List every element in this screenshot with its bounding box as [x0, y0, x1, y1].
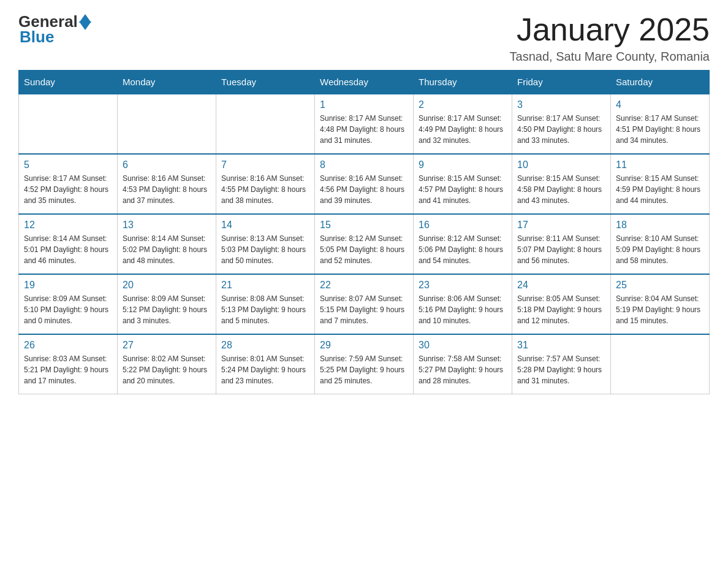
day-info: Sunrise: 8:12 AM Sunset: 5:06 PM Dayligh…	[419, 233, 507, 266]
day-number: 26	[24, 340, 112, 351]
calendar-cell: 24Sunrise: 8:05 AM Sunset: 5:18 PM Dayli…	[512, 274, 611, 334]
day-info: Sunrise: 7:59 AM Sunset: 5:25 PM Dayligh…	[320, 353, 408, 386]
calendar-cell: 8Sunrise: 8:16 AM Sunset: 4:56 PM Daylig…	[315, 154, 414, 214]
day-number: 2	[419, 99, 507, 110]
day-info: Sunrise: 8:01 AM Sunset: 5:24 PM Dayligh…	[221, 353, 309, 386]
day-number: 3	[517, 99, 605, 110]
day-number: 7	[221, 159, 309, 170]
day-info: Sunrise: 8:09 AM Sunset: 5:12 PM Dayligh…	[123, 293, 211, 326]
calendar-cell: 7Sunrise: 8:16 AM Sunset: 4:55 PM Daylig…	[216, 154, 315, 214]
day-info: Sunrise: 8:17 AM Sunset: 4:49 PM Dayligh…	[419, 113, 507, 146]
day-info: Sunrise: 8:15 AM Sunset: 4:57 PM Dayligh…	[419, 173, 507, 206]
calendar-header-monday: Monday	[118, 71, 216, 94]
calendar-cell: 26Sunrise: 8:03 AM Sunset: 5:21 PM Dayli…	[19, 334, 118, 394]
calendar-header-thursday: Thursday	[414, 71, 512, 94]
day-number: 19	[24, 280, 112, 291]
day-info: Sunrise: 8:03 AM Sunset: 5:21 PM Dayligh…	[24, 353, 112, 386]
calendar-cell: 19Sunrise: 8:09 AM Sunset: 5:10 PM Dayli…	[19, 274, 118, 334]
day-number: 4	[616, 99, 704, 110]
day-info: Sunrise: 8:13 AM Sunset: 5:03 PM Dayligh…	[221, 233, 309, 266]
calendar-cell: 17Sunrise: 8:11 AM Sunset: 5:07 PM Dayli…	[512, 214, 611, 274]
logo-blue: Blue	[20, 28, 54, 47]
day-number: 31	[517, 340, 605, 351]
day-number: 9	[419, 159, 507, 170]
calendar-cell: 9Sunrise: 8:15 AM Sunset: 4:57 PM Daylig…	[414, 154, 512, 214]
day-number: 25	[616, 280, 704, 291]
day-number: 23	[419, 280, 507, 291]
day-info: Sunrise: 8:07 AM Sunset: 5:15 PM Dayligh…	[320, 293, 408, 326]
calendar-cell	[118, 94, 216, 154]
day-info: Sunrise: 7:58 AM Sunset: 5:27 PM Dayligh…	[419, 353, 507, 386]
month-title: January 2025	[510, 12, 710, 47]
day-number: 8	[320, 159, 408, 170]
day-info: Sunrise: 8:14 AM Sunset: 5:01 PM Dayligh…	[24, 233, 112, 266]
calendar-cell: 20Sunrise: 8:09 AM Sunset: 5:12 PM Dayli…	[118, 274, 216, 334]
day-number: 6	[123, 159, 211, 170]
calendar-cell: 1Sunrise: 8:17 AM Sunset: 4:48 PM Daylig…	[315, 94, 414, 154]
day-number: 16	[419, 220, 507, 231]
calendar-week-1: 1Sunrise: 8:17 AM Sunset: 4:48 PM Daylig…	[19, 94, 710, 154]
day-info: Sunrise: 8:11 AM Sunset: 5:07 PM Dayligh…	[517, 233, 605, 266]
day-info: Sunrise: 8:04 AM Sunset: 5:19 PM Dayligh…	[616, 293, 704, 326]
day-number: 27	[123, 340, 211, 351]
day-number: 29	[320, 340, 408, 351]
calendar-cell: 3Sunrise: 8:17 AM Sunset: 4:50 PM Daylig…	[512, 94, 611, 154]
day-info: Sunrise: 8:09 AM Sunset: 5:10 PM Dayligh…	[24, 293, 112, 326]
day-number: 5	[24, 159, 112, 170]
day-info: Sunrise: 8:06 AM Sunset: 5:16 PM Dayligh…	[419, 293, 507, 326]
day-number: 14	[221, 220, 309, 231]
day-info: Sunrise: 8:16 AM Sunset: 4:53 PM Dayligh…	[123, 173, 211, 206]
calendar-body: 1Sunrise: 8:17 AM Sunset: 4:48 PM Daylig…	[19, 94, 710, 394]
calendar-cell: 11Sunrise: 8:15 AM Sunset: 4:59 PM Dayli…	[611, 154, 710, 214]
calendar-week-4: 19Sunrise: 8:09 AM Sunset: 5:10 PM Dayli…	[19, 274, 710, 334]
calendar-cell: 18Sunrise: 8:10 AM Sunset: 5:09 PM Dayli…	[611, 214, 710, 274]
calendar-header-row: SundayMondayTuesdayWednesdayThursdayFrid…	[19, 71, 710, 94]
day-info: Sunrise: 8:02 AM Sunset: 5:22 PM Dayligh…	[123, 353, 211, 386]
calendar-cell: 13Sunrise: 8:14 AM Sunset: 5:02 PM Dayli…	[118, 214, 216, 274]
calendar-cell	[19, 94, 118, 154]
calendar-cell: 15Sunrise: 8:12 AM Sunset: 5:05 PM Dayli…	[315, 214, 414, 274]
title-section: January 2025 Tasnad, Satu Mare County, R…	[510, 12, 710, 64]
calendar-cell: 16Sunrise: 8:12 AM Sunset: 5:06 PM Dayli…	[414, 214, 512, 274]
calendar-cell: 21Sunrise: 8:08 AM Sunset: 5:13 PM Dayli…	[216, 274, 315, 334]
day-number: 10	[517, 159, 605, 170]
page-header: General Blue January 2025 Tasnad, Satu M…	[18, 12, 710, 64]
calendar-week-5: 26Sunrise: 8:03 AM Sunset: 5:21 PM Dayli…	[19, 334, 710, 394]
calendar-cell: 29Sunrise: 7:59 AM Sunset: 5:25 PM Dayli…	[315, 334, 414, 394]
calendar-cell: 6Sunrise: 8:16 AM Sunset: 4:53 PM Daylig…	[118, 154, 216, 214]
logo: General Blue	[18, 12, 91, 47]
calendar-cell: 23Sunrise: 8:06 AM Sunset: 5:16 PM Dayli…	[414, 274, 512, 334]
day-number: 17	[517, 220, 605, 231]
day-number: 13	[123, 220, 211, 231]
calendar-cell: 30Sunrise: 7:58 AM Sunset: 5:27 PM Dayli…	[414, 334, 512, 394]
calendar-cell: 28Sunrise: 8:01 AM Sunset: 5:24 PM Dayli…	[216, 334, 315, 394]
day-number: 20	[123, 280, 211, 291]
day-info: Sunrise: 8:16 AM Sunset: 4:55 PM Dayligh…	[221, 173, 309, 206]
day-number: 30	[419, 340, 507, 351]
day-number: 11	[616, 159, 704, 170]
day-number: 21	[221, 280, 309, 291]
calendar-cell	[216, 94, 315, 154]
day-number: 24	[517, 280, 605, 291]
day-number: 28	[221, 340, 309, 351]
day-number: 1	[320, 99, 408, 110]
day-number: 22	[320, 280, 408, 291]
day-info: Sunrise: 8:12 AM Sunset: 5:05 PM Dayligh…	[320, 233, 408, 266]
calendar-week-3: 12Sunrise: 8:14 AM Sunset: 5:01 PM Dayli…	[19, 214, 710, 274]
calendar-cell	[611, 334, 710, 394]
calendar-table: SundayMondayTuesdayWednesdayThursdayFrid…	[18, 70, 710, 394]
calendar-header-wednesday: Wednesday	[315, 71, 414, 94]
location: Tasnad, Satu Mare County, Romania	[510, 50, 710, 64]
calendar-header-saturday: Saturday	[611, 71, 710, 94]
day-info: Sunrise: 8:17 AM Sunset: 4:51 PM Dayligh…	[616, 113, 704, 146]
calendar-cell: 31Sunrise: 7:57 AM Sunset: 5:28 PM Dayli…	[512, 334, 611, 394]
calendar-cell: 10Sunrise: 8:15 AM Sunset: 4:58 PM Dayli…	[512, 154, 611, 214]
calendar-header-friday: Friday	[512, 71, 611, 94]
calendar-cell: 22Sunrise: 8:07 AM Sunset: 5:15 PM Dayli…	[315, 274, 414, 334]
calendar-cell: 14Sunrise: 8:13 AM Sunset: 5:03 PM Dayli…	[216, 214, 315, 274]
day-number: 18	[616, 220, 704, 231]
calendar-cell: 12Sunrise: 8:14 AM Sunset: 5:01 PM Dayli…	[19, 214, 118, 274]
day-info: Sunrise: 8:05 AM Sunset: 5:18 PM Dayligh…	[517, 293, 605, 326]
calendar-cell: 27Sunrise: 8:02 AM Sunset: 5:22 PM Dayli…	[118, 334, 216, 394]
calendar-cell: 4Sunrise: 8:17 AM Sunset: 4:51 PM Daylig…	[611, 94, 710, 154]
